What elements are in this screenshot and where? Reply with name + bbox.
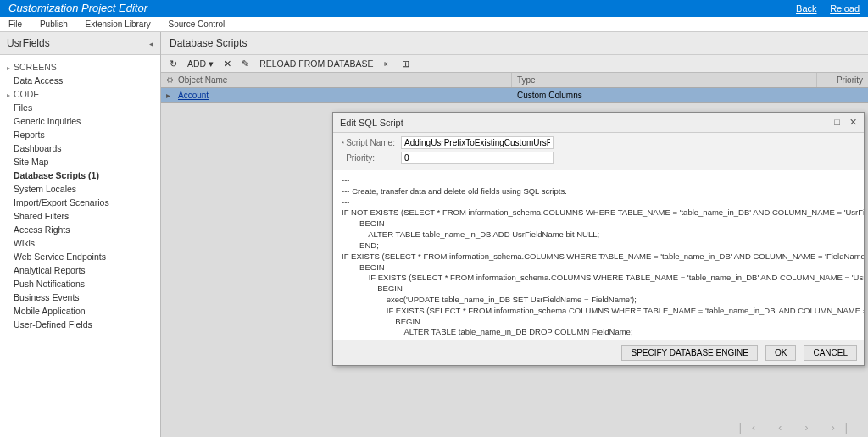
priority-input[interactable]	[401, 152, 554, 164]
grid-header: ⚙ Object Name Type Priority	[161, 73, 868, 88]
maximize-icon[interactable]: □	[834, 117, 840, 127]
sidebar-item-generic-inquiries[interactable]: Generic Inquiries	[0, 114, 160, 128]
object-link[interactable]: Account	[178, 91, 209, 100]
dialog-titlebar[interactable]: Edit SQL Script □ ✕	[333, 113, 864, 133]
priority-label: Priority:	[342, 153, 401, 163]
cell-type: Custom Columns	[512, 88, 817, 102]
close-icon[interactable]: ✕	[849, 117, 857, 127]
sidebar-item-user-defined-fields[interactable]: User-Defined Fields	[0, 318, 160, 331]
fit-columns-button[interactable]: ⇤	[384, 58, 392, 69]
edit-sql-script-dialog: Edit SQL Script □ ✕ Script Name: Priorit…	[332, 112, 865, 366]
app-title: Customization Project Editor	[8, 0, 147, 17]
export-button[interactable]: ⊞	[402, 58, 409, 69]
sidebar-item-database-scripts-1-[interactable]: Database Scripts (1)	[0, 169, 160, 182]
sidebar-item-data-access[interactable]: Data Access	[0, 74, 160, 87]
sidebar-item-mobile-application[interactable]: Mobile Application	[0, 304, 160, 318]
sidebar-item-files[interactable]: Files	[0, 101, 160, 114]
sidebar-item-site-map[interactable]: Site Map	[0, 155, 160, 169]
sidebar-item-business-events[interactable]: Business Events	[0, 290, 160, 304]
reload-link[interactable]: Reload	[830, 3, 860, 14]
specify-db-engine-button[interactable]: SPECIFY DATABASE ENGINE	[621, 345, 757, 361]
sidebar-item-system-locales[interactable]: System Locales	[0, 182, 160, 196]
edit-button[interactable]: ✎	[242, 58, 249, 69]
table-row[interactable]: ▸ Account Custom Columns	[161, 88, 868, 103]
dialog-title-text: Edit SQL Script	[340, 118, 403, 128]
sidebar-item-analytical-reports[interactable]: Analytical Reports	[0, 263, 160, 277]
toolbar: ↻ ADD ▾ ✕ ✎ RELOAD FROM DATABASE ⇤ ⊞	[161, 55, 868, 73]
sidebar-item-access-rights[interactable]: Access Rights	[0, 223, 160, 236]
sidebar-item-reports[interactable]: Reports	[0, 128, 160, 141]
sidebar-item-push-notifications[interactable]: Push Notifications	[0, 277, 160, 290]
sidebar-item-web-service-endpoints[interactable]: Web Service Endpoints	[0, 250, 160, 263]
ok-button[interactable]: OK	[765, 345, 796, 361]
refresh-button[interactable]: ↻	[170, 58, 177, 69]
grid-settings-icon[interactable]: ⚙	[161, 73, 173, 87]
sidebar-item-import-export-scenarios[interactable]: Import/Export Scenarios	[0, 196, 160, 209]
script-name-label: Script Name:	[342, 138, 401, 147]
app-header: Customization Project Editor Back Reload	[0, 0, 868, 17]
collapse-sidebar-icon[interactable]: ◂	[149, 39, 153, 48]
cancel-button[interactable]: CANCEL	[804, 345, 857, 361]
back-link[interactable]: Back	[796, 3, 816, 14]
script-name-input[interactable]	[401, 136, 554, 149]
col-object-name[interactable]: Object Name	[173, 73, 512, 87]
content-title: Database Scripts	[161, 32, 868, 55]
reload-from-db-button[interactable]: RELOAD FROM DATABASE	[259, 58, 373, 69]
grid-pager[interactable]: |‹ ‹ › ›|	[739, 422, 858, 434]
menu-publish[interactable]: Publish	[40, 19, 68, 29]
menu-bar: File Publish Extension Library Source Co…	[0, 17, 868, 32]
project-name: UsrFields	[7, 37, 50, 49]
sidebar-item-screens[interactable]: SCREENS	[0, 60, 160, 74]
nav-tree: SCREENSData AccessCODEFilesGeneric Inqui…	[0, 55, 160, 336]
delete-button[interactable]: ✕	[224, 58, 231, 69]
row-selector-icon[interactable]: ▸	[161, 88, 173, 102]
col-priority[interactable]: Priority	[817, 73, 868, 87]
sidebar-item-wikis[interactable]: Wikis	[0, 236, 160, 250]
add-button[interactable]: ADD ▾	[187, 58, 214, 69]
sidebar-item-shared-filters[interactable]: Shared Filters	[0, 209, 160, 223]
sidebar-item-code[interactable]: CODE	[0, 87, 160, 101]
menu-file[interactable]: File	[8, 19, 22, 29]
sidebar-header: UsrFields ◂	[0, 32, 160, 55]
col-type[interactable]: Type	[512, 73, 817, 87]
sidebar: UsrFields ◂ SCREENSData AccessCODEFilesG…	[0, 32, 161, 437]
sidebar-item-dashboards[interactable]: Dashboards	[0, 141, 160, 155]
menu-source-control[interactable]: Source Control	[169, 19, 225, 29]
menu-extension-library[interactable]: Extension Library	[86, 19, 151, 29]
sql-script-textarea[interactable]: --- --- Create, transfer data and delete…	[333, 170, 864, 340]
cell-priority	[817, 88, 868, 102]
